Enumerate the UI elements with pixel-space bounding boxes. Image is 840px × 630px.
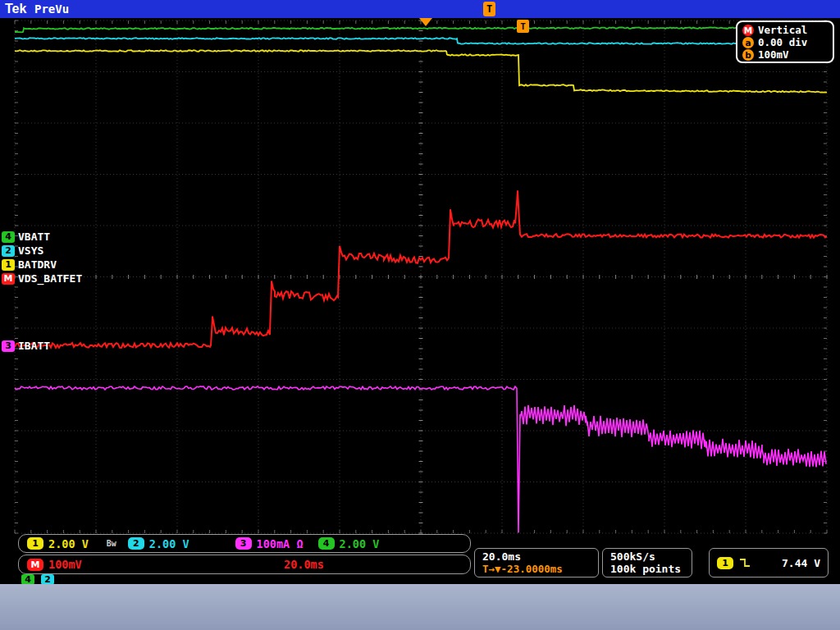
- trace-vbatt-ch4: [15, 27, 826, 32]
- ch1-scale-readout: 1 2.00 V: [27, 537, 89, 550]
- ch3-badge: 3: [235, 537, 252, 550]
- channel-label-vbatt: 4 VBATT: [2, 231, 50, 243]
- channel-scale-readouts: 1 2.00 V Bw 2 2.00 V 3 100mA Ω 4 2.00 V: [18, 534, 471, 553]
- trigger-delay-icon: T→▼: [482, 563, 501, 575]
- math-readout-badge: M: [27, 559, 43, 571]
- trigger-status-icon: T: [483, 2, 495, 16]
- knob-a-readout: a 0.00 div: [742, 36, 828, 48]
- ch1-badge: 1: [27, 537, 43, 550]
- trigger-readout: 1 7.44 V: [709, 548, 829, 578]
- ch2-badge: 2: [128, 537, 144, 550]
- math-timebase: 20.0ms: [284, 558, 324, 571]
- knob-a-icon: a: [742, 37, 754, 48]
- sample-rate: 500kS/s: [610, 550, 684, 563]
- acquisition-status: PreVu: [34, 2, 69, 16]
- channel-3-badge: 3: [2, 340, 15, 352]
- tek-logo: Tek: [5, 2, 26, 16]
- scope-screen: Tek PreVu T T M Vertical a 0.00 div b 10…: [0, 0, 840, 630]
- channel-label-vsys: 2 VSYS: [2, 244, 43, 257]
- math-channel-badge: M: [2, 273, 15, 285]
- knob-b-value: 100mV: [758, 48, 789, 61]
- channel-label-batdrv: 1 BATDRV: [2, 258, 57, 271]
- knob-a-value: 0.00 div: [758, 36, 807, 48]
- ch2-scale-readout: 2 2.00 V: [128, 537, 189, 550]
- trigger-delay: T→▼-23.0000ms: [482, 563, 591, 575]
- horizontal-scale: 20.0ms: [482, 550, 591, 563]
- record-length: 100k points: [610, 563, 684, 575]
- trigger-level: 7.44 V: [782, 557, 820, 569]
- trigger-point-marker: T: [517, 20, 529, 33]
- vertical-readout: M Vertical a 0.00 div b 100mV: [736, 21, 834, 63]
- channel-1-badge: 1: [2, 259, 15, 271]
- ch4-badge: 4: [318, 537, 335, 550]
- channel-4-badge: 4: [2, 231, 15, 243]
- ch3-scale-readout: 3 100mA Ω: [235, 537, 304, 550]
- channel-label-vds-batfet: M VDS_BATFET: [2, 272, 82, 285]
- trigger-position-marker[interactable]: [419, 18, 432, 26]
- trace-batdrv-ch1: [15, 50, 827, 92]
- menu-bar: Dual Wfm Math FFT Advanced Math M Label …: [0, 584, 840, 630]
- channel-2-badge: 2: [2, 245, 15, 257]
- status-bar: Tek PreVu T: [0, 0, 840, 18]
- ch4-scale-readout: 4 2.00 V: [318, 537, 380, 550]
- falling-edge-icon: [739, 558, 751, 568]
- math-badge: M: [742, 25, 754, 36]
- knob-b-readout: b 100mV: [742, 48, 828, 61]
- math-scale-group: M 100mV: [27, 558, 82, 571]
- trigger-source-badge: 1: [717, 557, 733, 569]
- knob-b-icon: b: [742, 49, 754, 61]
- bandwidth-indicator: Bw: [107, 539, 116, 548]
- acquisition-readout: 500kS/s 100k points: [602, 548, 692, 578]
- vertical-title: Vertical: [758, 24, 807, 36]
- horizontal-scale-readout: 20.0ms T→▼-23.0000ms: [474, 548, 599, 578]
- channel-label-ibatt: 3 IBATT: [2, 340, 50, 352]
- math-scale-readout: M 100mV 20.0ms: [18, 555, 471, 574]
- vertical-title-row: M Vertical: [742, 24, 828, 36]
